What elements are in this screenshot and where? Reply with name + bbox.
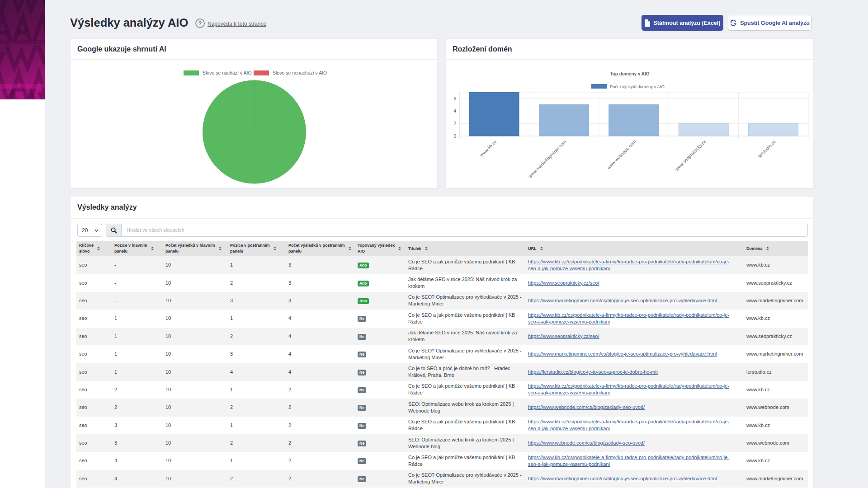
svg-text:Počet výskytů domény v AIO: Počet výskytů domény v AIO: [610, 84, 665, 89]
svg-text:www.seoprakticky.cz: www.seoprakticky.cz: [674, 139, 707, 172]
svg-text:0: 0: [453, 134, 456, 139]
svg-text:4: 4: [453, 108, 456, 113]
svg-text:Top domény v AIO: Top domény v AIO: [610, 71, 649, 76]
svg-text:www.kb.cz: www.kb.cz: [479, 139, 498, 158]
svg-text:6: 6: [453, 96, 456, 101]
svg-text:lerstudio.cz: lerstudio.cz: [757, 139, 777, 159]
svg-text:2: 2: [453, 121, 456, 126]
svg-text:www.webnode.com: www.webnode.com: [606, 139, 637, 170]
svg-text:www.marketingminer.com: www.marketingminer.com: [527, 139, 567, 179]
